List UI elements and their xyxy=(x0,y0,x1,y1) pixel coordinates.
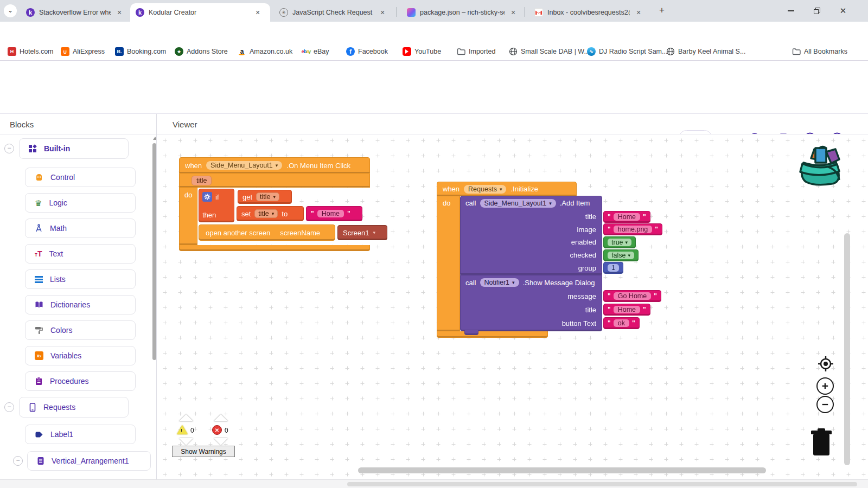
zoom-in-button[interactable]: + xyxy=(816,377,834,395)
bookmark-item[interactable]: ebayeBay xyxy=(302,46,329,57)
window-restore-button[interactable] xyxy=(804,0,830,22)
block-string-value[interactable]: "Go Home" xyxy=(603,290,661,302)
blocks-workspace[interactable]: when Side_Menu_Layout1▾ .On Menu Item Cl… xyxy=(157,134,868,479)
string-value[interactable]: Home xyxy=(317,210,344,217)
next-warning-button[interactable] xyxy=(179,438,193,445)
browser-tab[interactable]: ✳ JavaScript Check Request ✕ xyxy=(274,3,392,22)
sidebar-item-math[interactable]: Math xyxy=(25,219,136,238)
block-open-screen[interactable]: open another screen screenName xyxy=(199,224,335,241)
vertical-scrollbar[interactable] xyxy=(844,233,850,465)
sidebar-item-dictionaries[interactable]: Dictionaries xyxy=(25,295,136,314)
when-label: when xyxy=(185,162,202,170)
sidebar-item-text[interactable]: тT Text xyxy=(25,244,136,264)
bookmark-item[interactable]: Imported xyxy=(457,46,495,57)
param-row: group 1 xyxy=(461,261,602,274)
backpack-icon[interactable] xyxy=(795,141,844,190)
next-error-button[interactable] xyxy=(214,438,228,445)
tab-close-icon[interactable]: ✕ xyxy=(509,8,518,17)
mutator-gear-icon[interactable] xyxy=(202,192,212,202)
block-screen-dropdown[interactable]: Screen1 ▾ xyxy=(337,225,387,240)
browser-tab-active[interactable]: k Kodular Creator ✕ xyxy=(130,3,270,22)
block-call-add-item[interactable]: call Side_Menu_Layout1▾ .Add Item title … xyxy=(460,196,602,275)
bookmark-item[interactable]: YouTube xyxy=(403,46,441,57)
block-number-value[interactable]: 1 xyxy=(603,262,623,274)
sidebar-item-colors[interactable]: Colors xyxy=(25,320,136,340)
label-tag-icon xyxy=(35,431,43,438)
collapse-icon[interactable]: − xyxy=(4,144,14,153)
tree-row: Colors xyxy=(25,320,153,340)
param-row: checked false▾ xyxy=(461,249,602,262)
variable-dropdown[interactable]: title▾ xyxy=(256,192,279,201)
block-set-variable[interactable]: set title▾ to xyxy=(237,206,304,221)
component-dropdown[interactable]: Side_Menu_Layout1▾ xyxy=(480,199,556,208)
block-boolean-true[interactable]: true▾ xyxy=(603,236,636,248)
dropdown-arrow-icon: ▾ xyxy=(549,201,552,206)
zoom-reset-crosshair[interactable] xyxy=(816,355,835,373)
block-if-then[interactable]: if then xyxy=(199,189,234,222)
sidebar-item-requests[interactable]: Requests xyxy=(19,397,129,418)
zoom-out-button[interactable]: − xyxy=(816,396,834,413)
sidebar-item-logic[interactable]: ♛ Logic xyxy=(25,193,136,213)
component-dropdown[interactable]: Notifier1▾ xyxy=(480,278,519,287)
block-get-variable[interactable]: get title▾ xyxy=(238,190,292,204)
bookmark-item[interactable]: ★Addons Store xyxy=(175,46,228,57)
browser-tab[interactable]: package.json – rich-sticky-seed ✕ xyxy=(401,3,523,22)
addons-store-favicon: ★ xyxy=(175,47,183,56)
tree-row: Lists xyxy=(25,269,153,289)
block-call-show-message-dialog[interactable]: call Notifier1▾ .Show Message Dialog mes… xyxy=(460,275,602,331)
sidebar-item-procedures[interactable]: Procedures xyxy=(25,371,136,391)
tab-close-icon[interactable]: ✕ xyxy=(253,8,262,17)
tree-row: Dictionaries xyxy=(25,295,153,314)
block-string-home[interactable]: " Home " xyxy=(306,206,362,221)
tab-close-icon[interactable]: ✕ xyxy=(115,8,124,17)
collapse-icon[interactable]: − xyxy=(4,402,14,412)
show-warnings-button[interactable]: Show Warnings xyxy=(172,446,235,457)
block-string-value[interactable]: "ok" xyxy=(603,317,640,329)
component-dropdown[interactable]: Requests▾ xyxy=(464,185,506,194)
sidebar-item-control[interactable]: Control xyxy=(25,168,136,187)
block-string-value[interactable]: "Home" xyxy=(603,211,650,223)
sidebar-item-lists[interactable]: Lists xyxy=(25,269,136,289)
bookmark-item[interactable]: B.Booking.com xyxy=(115,46,166,57)
bookmark-item[interactable]: HHotels.com xyxy=(8,46,54,57)
tab-title: Kodular Creator xyxy=(149,9,249,16)
aliexpress-favicon: ∪ xyxy=(61,47,69,56)
bookmark-item[interactable]: ∪AliExpress xyxy=(61,46,105,57)
new-tab-button[interactable]: + xyxy=(655,4,668,17)
browser-horizontal-scrollbar[interactable] xyxy=(347,482,857,486)
window-close-button[interactable]: ✕ xyxy=(830,0,856,22)
block-string-value[interactable]: "home.png" xyxy=(603,223,662,235)
tab-close-icon[interactable]: ✕ xyxy=(634,8,643,17)
bookmark-item[interactable]: aAmazon.co.uk xyxy=(238,46,292,57)
all-bookmarks-button[interactable]: All Bookmarks xyxy=(792,46,847,57)
tree-row-screen: − Requests xyxy=(4,397,153,418)
scrollbar-thumb[interactable] xyxy=(152,143,156,360)
collapse-icon[interactable]: − xyxy=(13,456,23,466)
component-dropdown[interactable]: Side_Menu_Layout1▾ xyxy=(206,161,282,170)
browser-tab[interactable]: Inbox - coolvibesrequests2@gm ✕ xyxy=(529,3,648,22)
block-string-value[interactable]: "Home" xyxy=(603,304,650,316)
tab-search-chevron-button[interactable]: ⌄ xyxy=(4,4,17,17)
sidebar-item-label1[interactable]: Label1 xyxy=(25,425,136,444)
builtin-grid-icon xyxy=(29,145,37,152)
block-boolean-false[interactable]: false▾ xyxy=(603,249,639,261)
bookmark-item[interactable]: Barby Keel Animal S... xyxy=(666,46,745,57)
window-minimize-button[interactable] xyxy=(778,0,804,22)
bookmark-item[interactable]: ∿DJ Radio Script Sam... xyxy=(587,46,667,57)
trash-can[interactable] xyxy=(809,427,834,458)
prev-error-button[interactable] xyxy=(214,414,228,421)
event-param-chip[interactable]: title xyxy=(192,176,212,185)
block-on-menu-item-click[interactable]: when Side_Menu_Layout1▾ .On Menu Item Cl… xyxy=(179,157,370,174)
horizontal-scrollbar[interactable] xyxy=(358,467,766,473)
bookmark-item[interactable]: fFacebook xyxy=(346,46,388,57)
browser-tab[interactable]: k Stackoverflow Error when testin ✕ xyxy=(21,3,129,22)
sidebar-item-variables[interactable]: xy Variables xyxy=(25,346,136,365)
prev-warning-button[interactable] xyxy=(179,414,193,421)
sidebar-item-builtin[interactable]: Built-in xyxy=(19,138,129,159)
sidebar-item-vertical-arrangement1[interactable]: Vertical_Arrangement1 xyxy=(27,451,151,471)
blocks-sidebar: Blocks − Built-in Control ♛ Logic xyxy=(0,114,156,479)
tab-close-icon[interactable]: ✕ xyxy=(378,8,387,17)
variable-dropdown[interactable]: title▾ xyxy=(254,209,278,218)
tree-row: xy Variables xyxy=(25,346,153,365)
bookmark-item[interactable]: Small Scale DAB | W... xyxy=(509,46,590,57)
